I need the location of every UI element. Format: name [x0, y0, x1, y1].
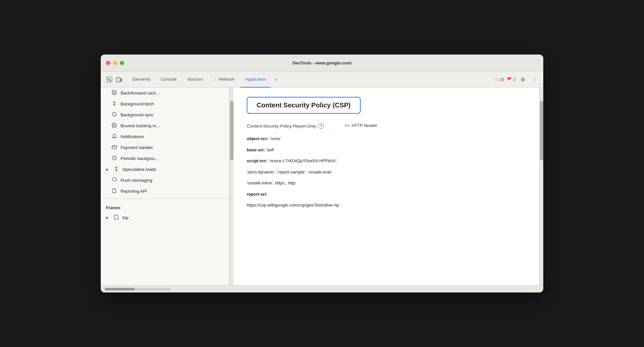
settings-button[interactable]: ⚙ — [518, 75, 527, 84]
svg-point-3 — [112, 91, 116, 92]
warning-badge: ⚠ 15 — [494, 77, 504, 82]
error-badge: 🚩 2 — [507, 77, 516, 82]
bottom-scroll-track[interactable] — [105, 288, 171, 290]
help-icon[interactable]: ? — [318, 123, 324, 129]
db-icon — [111, 90, 117, 96]
sidebar-label: Back/forward cach… — [121, 91, 160, 96]
content-scroll-thumb[interactable] — [540, 101, 543, 160]
close-button[interactable] — [106, 61, 110, 65]
sidebar-item-payment-handler[interactable]: Payment handler — [101, 142, 229, 153]
svg-rect-2 — [121, 79, 122, 81]
main-content: Content Security Policy (CSP) Content-Se… — [233, 88, 539, 285]
csp-http-header: <> HTTP header — [344, 123, 377, 128]
tab-sources[interactable]: Sources — [183, 72, 208, 88]
csp-report-uri: report-uri: — [247, 191, 526, 198]
sidebar-label: Push messaging — [121, 178, 152, 183]
traffic-lights — [106, 61, 124, 65]
device-toggle-icon[interactable] — [115, 75, 124, 84]
sidebar-label: Payment handler — [121, 145, 153, 150]
frames-arrow-icon: ▶ — [106, 216, 110, 219]
csp-policy-label: Content-Security-Policy-Report-Only ? — [247, 123, 339, 129]
csp-script-src-cont1: 'strict-dynamic', 'report-sample', 'unsa… — [247, 169, 526, 175]
bottom-scroll-thumb[interactable] — [105, 288, 134, 290]
sidebar-scrollbar[interactable] — [230, 88, 233, 285]
sidebar-item-frames-top[interactable]: ▶ top — [101, 212, 229, 223]
sidebar-item-speculative-loads[interactable]: ▶ Speculative loads — [101, 164, 229, 175]
csp-title: Content Security Policy (CSP) — [247, 97, 361, 114]
more-options-button[interactable]: ⋮ — [530, 75, 539, 84]
sidebar-label: top — [123, 215, 128, 220]
csp-script-src: script-src: 'nonce-I-7rK04QpY5oeS4-HPPkh… — [247, 158, 526, 164]
sidebar-item-back-forward-cache[interactable]: Back/forward cach… — [101, 88, 229, 98]
inspect-icon[interactable] — [105, 75, 114, 84]
tab-elements[interactable]: Elements — [128, 72, 155, 88]
expand-arrow-icon: ▶ — [106, 168, 110, 171]
svg-point-4 — [112, 123, 116, 125]
frame-icon — [113, 214, 119, 221]
svg-rect-5 — [112, 146, 117, 149]
sidebar-item-periodic-background[interactable]: Periodic backgrou… — [101, 153, 229, 164]
devtools-window: DevTools - www.google.com/ Elements Cons… — [101, 55, 543, 292]
network-warning-icon: ⚠ — [214, 77, 217, 82]
bounce-icon — [111, 123, 117, 129]
toolbar: Elements Console Sources ⚠ Network Appli… — [101, 72, 543, 88]
sidebar-item-notifications[interactable]: Notifications — [101, 131, 229, 142]
frames-section-header: Frames — [101, 201, 229, 212]
sidebar-label: Periodic backgrou… — [121, 156, 159, 161]
minimize-button[interactable] — [113, 61, 117, 65]
content-scrollbar[interactable] — [539, 88, 543, 285]
csp-base-uri: base-uri: 'self' — [247, 147, 526, 153]
sync-icon — [111, 112, 117, 118]
warning-triangle-icon: ⚠ — [494, 77, 498, 82]
tab-network[interactable]: ⚠ Network — [209, 72, 239, 88]
sidebar-label: Notifications — [121, 134, 144, 139]
cloud-icon — [111, 177, 117, 183]
csp-report-uri-value: https://csp.withgoogle.com/csp/gwsTest/o… — [247, 202, 526, 209]
csp-details: object-src: 'none' base-uri: 'self' scri… — [247, 135, 526, 209]
doc-icon — [111, 188, 117, 194]
sidebar-item-bounce-tracking[interactable]: Bounce tracking m… — [101, 120, 229, 131]
maximize-button[interactable] — [120, 61, 124, 65]
sidebar-label: Reporting API — [121, 189, 147, 194]
sidebar-label: Bounce tracking m… — [121, 123, 161, 128]
toolbar-right: ⚠ 15 🚩 2 ⚙ ⋮ — [494, 75, 539, 84]
sidebar-item-push-messaging[interactable]: Push messaging — [101, 175, 229, 186]
tab-application[interactable]: Application — [240, 72, 271, 88]
sidebar-label: Speculative loads — [123, 167, 156, 172]
sidebar-item-background-sync[interactable]: Background sync — [101, 109, 229, 120]
sidebar-container: Back/forward cach… Background fetch — [101, 88, 233, 285]
error-square-icon: 🚩 — [507, 77, 512, 82]
csp-policy-row: Content-Security-Policy-Report-Only ? <>… — [247, 123, 526, 129]
window-title: DevTools - www.google.com/ — [292, 60, 351, 65]
title-bar: DevTools - www.google.com/ — [101, 55, 543, 72]
main-area: Back/forward cach… Background fetch — [101, 88, 543, 285]
sidebar-item-background-fetch[interactable]: Background fetch — [101, 98, 229, 109]
speculative-icon — [113, 166, 119, 173]
clock-icon — [111, 155, 117, 162]
tab-console[interactable]: Console — [156, 72, 181, 88]
csp-script-src-cont2: 'unsafe-inline', https:, http: — [247, 180, 526, 186]
sidebar-label: Background sync — [121, 112, 154, 117]
more-tabs-button[interactable]: » — [272, 75, 280, 84]
svg-rect-8 — [114, 215, 118, 219]
sidebar-divider — [101, 199, 229, 199]
toolbar-icons — [105, 75, 124, 84]
csp-object-src: object-src: 'none' — [247, 135, 526, 142]
sidebar-label: Background fetch — [121, 101, 154, 106]
sidebar-item-reporting-api[interactable]: Reporting API — [101, 186, 229, 197]
svg-rect-1 — [117, 78, 120, 82]
sidebar-scroll-thumb[interactable] — [230, 101, 233, 160]
bottom-bar — [101, 285, 543, 292]
sidebar: Back/forward cach… Background fetch — [101, 88, 230, 285]
card-icon — [111, 144, 117, 151]
fetch-icon — [111, 101, 117, 107]
bell-icon — [111, 134, 117, 140]
code-brackets-icon: <> — [344, 123, 350, 128]
